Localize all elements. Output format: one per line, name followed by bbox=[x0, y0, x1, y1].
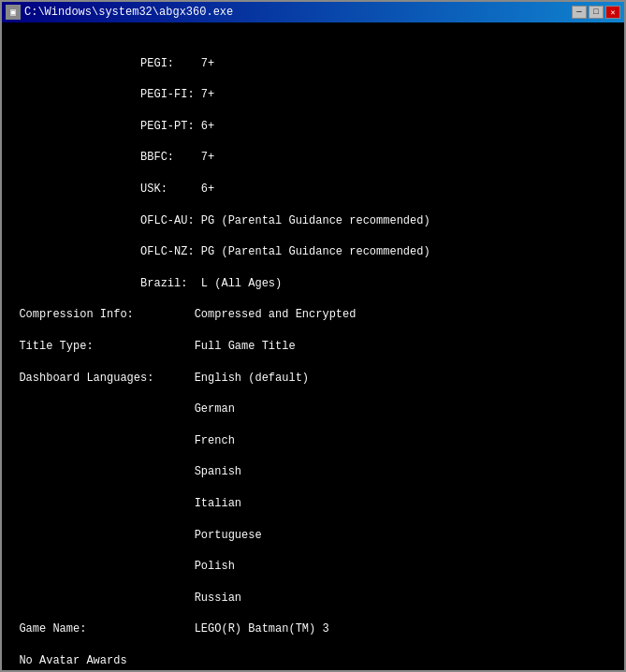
console-line: German bbox=[6, 402, 620, 417]
console-line: No Avatar Awards bbox=[6, 653, 620, 669]
console-line: Portuguese bbox=[6, 528, 620, 544]
console-line: USK: 6+ bbox=[6, 182, 620, 197]
console-line: OFLC-AU: PG (Parental Guidance recommend… bbox=[6, 213, 620, 229]
console-line: Russian bbox=[6, 591, 620, 606]
title-bar: ▣ C:\Windows\system32\abgx360.exe ─ □ ✕ bbox=[2, 2, 624, 22]
console-line: Dashboard Languages: English (default) bbox=[6, 371, 620, 387]
console-line: PEGI-FI: 7+ bbox=[6, 87, 620, 103]
console-line: BBFC: 7+ bbox=[6, 150, 620, 166]
console-line: Compression Info: Compressed and Encrypt… bbox=[6, 307, 620, 323]
console-line: Brazil: L (All Ages) bbox=[6, 276, 620, 292]
console-line: PEGI: 7+ bbox=[6, 56, 620, 72]
title-bar-left: ▣ C:\Windows\system32\abgx360.exe bbox=[6, 5, 233, 20]
close-button[interactable]: ✕ bbox=[605, 6, 620, 19]
console-line: Title Type: Full Game Title bbox=[6, 339, 620, 355]
console-line: Spanish bbox=[6, 464, 620, 480]
console-output: PEGI: 7+ PEGI-FI: 7+ PEGI-PT: 6+ BBFC: 7… bbox=[2, 22, 624, 670]
console-line: Italian bbox=[6, 496, 620, 512]
console-line: Game Name: LEGO(R) Batman(TM) 3 bbox=[6, 621, 620, 637]
maximize-button[interactable]: □ bbox=[589, 6, 604, 19]
console-line: French bbox=[6, 433, 620, 449]
window-icon: ▣ bbox=[6, 5, 21, 20]
minimize-button[interactable]: ─ bbox=[572, 6, 587, 19]
window-title: C:\Windows\system32\abgx360.exe bbox=[24, 6, 233, 19]
console-line: OFLC-NZ: PG (Parental Guidance recommend… bbox=[6, 244, 620, 260]
console-line: PEGI-PT: 6+ bbox=[6, 119, 620, 135]
title-bar-buttons: ─ □ ✕ bbox=[572, 6, 620, 19]
main-window: ▣ C:\Windows\system32\abgx360.exe ─ □ ✕ … bbox=[0, 0, 626, 672]
console-line: Polish bbox=[6, 559, 620, 575]
